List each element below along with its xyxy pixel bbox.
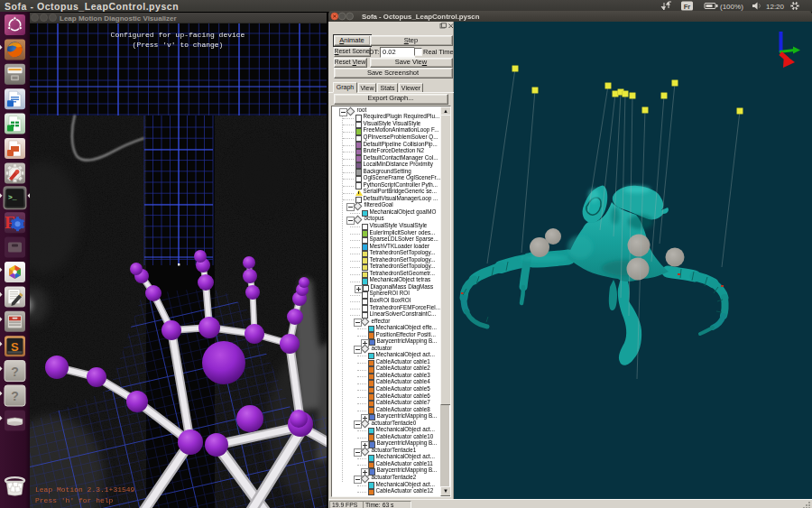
svg-text:Press 'h' for help: Press 'h' for help	[35, 496, 114, 504]
svg-text:>_: >_	[8, 193, 17, 201]
svg-text:(Press 'v' to change): (Press 'v' to change)	[133, 41, 224, 49]
svg-text:Fr: Fr	[684, 3, 691, 11]
svg-text:Leap Motion 2.3.1+31549: Leap Motion 2.3.1+31549	[35, 485, 135, 494]
svg-text:?: ?	[11, 365, 19, 379]
svg-text:Configured for up-facing devic: Configured for up-facing device	[111, 31, 245, 39]
svg-text:(100%): (100%)	[720, 3, 743, 11]
svg-text:12:20: 12:20	[766, 3, 785, 11]
svg-text:?: ?	[11, 389, 19, 403]
